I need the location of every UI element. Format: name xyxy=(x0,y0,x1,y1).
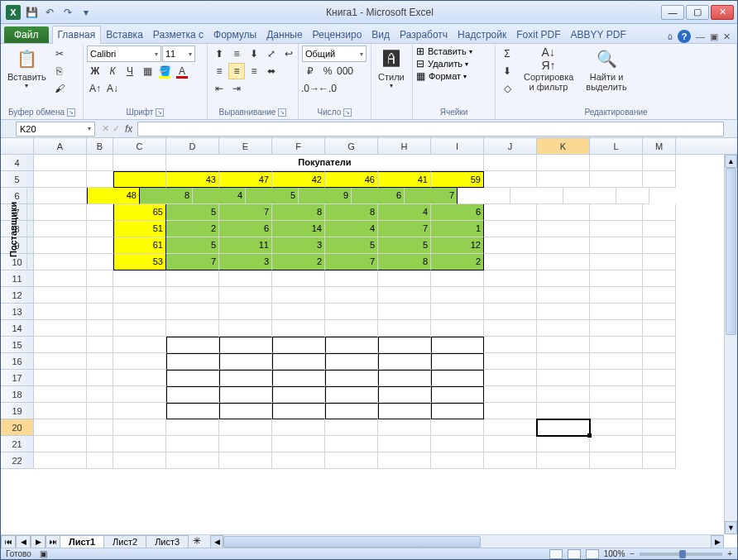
cell[interactable] xyxy=(484,452,537,469)
cell[interactable] xyxy=(219,436,272,452)
cell[interactable] xyxy=(431,287,484,304)
cell[interactable] xyxy=(643,155,676,171)
cell[interactable] xyxy=(484,254,537,270)
cell[interactable] xyxy=(272,287,325,304)
cell[interactable] xyxy=(431,337,484,353)
file-tab[interactable]: Файл xyxy=(4,26,49,43)
clipboard-launcher[interactable]: ↘ xyxy=(67,108,75,117)
cell[interactable] xyxy=(87,436,113,452)
cell[interactable] xyxy=(87,452,113,469)
cell[interactable] xyxy=(458,188,510,204)
cell[interactable] xyxy=(34,386,87,403)
row-header[interactable]: 5 xyxy=(1,171,34,188)
cell[interactable] xyxy=(34,171,87,188)
cell[interactable]: 9 xyxy=(299,188,352,204)
cell[interactable] xyxy=(219,353,272,370)
cell[interactable]: 6 xyxy=(352,188,405,204)
cell[interactable] xyxy=(537,403,590,419)
cell[interactable] xyxy=(378,320,431,337)
doc-minimize-icon[interactable]: — xyxy=(696,31,705,41)
cell[interactable] xyxy=(431,304,484,320)
row-header[interactable]: 22 xyxy=(1,452,34,469)
cell[interactable] xyxy=(166,304,219,320)
cell[interactable] xyxy=(378,419,431,436)
column-header[interactable]: C xyxy=(113,138,166,154)
bold-button[interactable]: Ж xyxy=(87,63,103,79)
cell[interactable] xyxy=(590,320,643,337)
row-header[interactable]: 12 xyxy=(1,287,34,304)
maximize-button[interactable]: ▢ xyxy=(686,5,709,20)
cell[interactable] xyxy=(166,386,219,403)
new-sheet-button[interactable]: ✳ xyxy=(189,535,205,548)
cell[interactable]: 47 xyxy=(219,171,272,188)
alignment-launcher[interactable]: ↘ xyxy=(278,108,286,117)
cell[interactable] xyxy=(643,237,676,254)
cell[interactable] xyxy=(219,386,272,403)
tab-foxit[interactable]: Foxit PDF xyxy=(511,26,565,43)
row-header[interactable]: 17 xyxy=(1,370,34,386)
tab-developer[interactable]: Разработч xyxy=(395,26,453,43)
cell[interactable] xyxy=(113,270,166,287)
cell[interactable]: 6 xyxy=(431,204,484,221)
cell[interactable] xyxy=(325,419,378,436)
shrink-font-button[interactable]: A↓ xyxy=(104,80,121,97)
cell[interactable]: 4 xyxy=(378,204,431,221)
cell[interactable] xyxy=(34,337,87,353)
cell[interactable] xyxy=(113,320,166,337)
minimize-button[interactable]: — xyxy=(661,5,684,20)
cell[interactable] xyxy=(643,337,676,353)
cell[interactable] xyxy=(537,436,590,452)
cell[interactable]: 2 xyxy=(166,221,219,237)
cell[interactable]: 8 xyxy=(140,188,193,204)
wrap-text-button[interactable]: ↩ xyxy=(280,45,297,62)
cell[interactable] xyxy=(590,304,643,320)
insert-cells-button[interactable]: ⊞Вставить▾ xyxy=(416,45,472,57)
column-header[interactable]: M xyxy=(643,138,676,154)
row-header[interactable]: 16 xyxy=(1,353,34,370)
column-header[interactable]: D xyxy=(166,138,219,154)
cell[interactable] xyxy=(643,386,676,403)
cell[interactable] xyxy=(34,237,87,254)
cell[interactable] xyxy=(590,337,643,353)
cell[interactable] xyxy=(431,320,484,337)
undo-icon[interactable]: ↶ xyxy=(42,5,57,20)
cell[interactable] xyxy=(643,370,676,386)
cell[interactable] xyxy=(378,386,431,403)
sheet-first-button[interactable]: ⏮ xyxy=(1,535,16,548)
cell[interactable]: 7 xyxy=(219,204,272,221)
spreadsheet-grid[interactable]: ABCDEFGHIJKLM 4Покупатели54347424641596П… xyxy=(1,138,737,559)
orientation-button[interactable]: ⤢ xyxy=(263,45,280,62)
cell[interactable] xyxy=(484,353,537,370)
delete-cells-button[interactable]: ⊟Удалить▾ xyxy=(416,58,468,69)
vertical-scrollbar[interactable]: ▲ ▼ xyxy=(724,155,737,534)
cell[interactable] xyxy=(87,403,113,419)
cell[interactable]: 14 xyxy=(272,221,325,237)
cell[interactable] xyxy=(113,386,166,403)
cell[interactable] xyxy=(34,221,87,237)
cell[interactable] xyxy=(325,436,378,452)
row-header[interactable]: 13 xyxy=(1,304,34,320)
percent-button[interactable]: % xyxy=(319,63,336,79)
cell[interactable] xyxy=(219,320,272,337)
cell[interactable]: 8 xyxy=(272,204,325,221)
enter-formula-icon[interactable]: ✓ xyxy=(113,123,120,134)
fx-icon[interactable]: fx xyxy=(125,123,132,135)
cell[interactable]: 12 xyxy=(431,237,484,254)
zoom-in-button[interactable]: + xyxy=(727,549,732,558)
italic-button[interactable]: К xyxy=(104,63,121,79)
cell[interactable] xyxy=(643,403,676,419)
cell[interactable] xyxy=(431,386,484,403)
font-size-combo[interactable]: 11▾ xyxy=(162,45,195,62)
increase-decimal-button[interactable]: .0→ xyxy=(302,80,319,97)
column-header[interactable]: A xyxy=(34,138,87,154)
close-button[interactable]: ✕ xyxy=(711,5,734,20)
cell[interactable]: 4 xyxy=(193,188,246,204)
cell[interactable] xyxy=(537,237,590,254)
increase-indent-button[interactable]: ⇥ xyxy=(228,80,245,97)
zoom-out-button[interactable]: − xyxy=(630,549,635,558)
cell[interactable] xyxy=(272,320,325,337)
cell[interactable]: 5 xyxy=(166,204,219,221)
cell[interactable] xyxy=(378,304,431,320)
cell[interactable] xyxy=(378,353,431,370)
name-box[interactable]: K20▾ xyxy=(16,122,95,136)
